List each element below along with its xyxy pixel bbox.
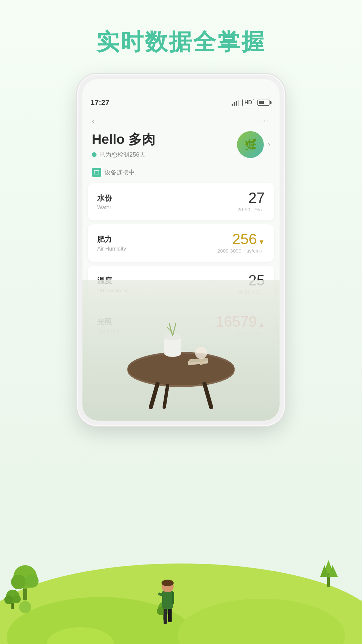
phone-interior — [82, 280, 280, 421]
more-button[interactable]: ··· — [260, 116, 270, 125]
plant-name: Hello 多肉 — [92, 130, 237, 149]
fertility-label-en: Air Humidity — [97, 246, 126, 252]
signal-bar-3 — [236, 101, 237, 106]
water-value: 27 — [237, 191, 265, 205]
svg-line-4 — [164, 385, 168, 407]
water-label: 水份 Water — [97, 193, 112, 211]
sensor-card-fertility[interactable]: 肥力 Air Humidity 256 ▼ 2000-3000（us/cm） — [88, 224, 274, 262]
phone-mockup: 17:27 HD — [77, 74, 285, 443]
svg-line-3 — [204, 384, 211, 407]
avatar-emoji: 🌿 — [244, 138, 257, 151]
device-status-text: 设备连接中... — [105, 168, 140, 176]
svg-rect-38 — [168, 607, 172, 622]
svg-point-1 — [127, 352, 235, 385]
signal-bar-2 — [234, 102, 235, 106]
landscape-svg — [0, 503, 362, 644]
signal-icon — [232, 100, 239, 106]
status-time: 17:27 — [90, 98, 109, 107]
svg-point-23 — [25, 574, 39, 588]
status-icons: HD — [232, 99, 272, 106]
water-label-en: Water — [97, 205, 112, 211]
fertility-value-group: 256 ▼ 2000-3000（us/cm） — [217, 232, 265, 254]
fertility-label: 肥力 Air Humidity — [97, 234, 126, 252]
battery-tip — [270, 101, 272, 104]
svg-point-42 — [162, 580, 174, 586]
svg-point-27 — [4, 595, 13, 604]
fertility-value: 256 — [232, 232, 257, 247]
svg-point-24 — [19, 601, 31, 613]
hd-badge: HD — [242, 99, 254, 106]
app-header: ‹ ··· — [82, 111, 280, 130]
battery-body — [257, 100, 269, 106]
back-button[interactable]: ‹ — [92, 116, 95, 126]
phone-frame: 17:27 HD — [77, 74, 285, 426]
page-title: 实时数据全掌握 — [0, 27, 362, 57]
svg-point-28 — [13, 595, 21, 603]
water-label-cn: 水份 — [97, 193, 112, 203]
fertility-label-cn: 肥力 — [97, 234, 126, 245]
plant-avatar[interactable]: 🌿 — [237, 131, 264, 158]
status-bar: 17:27 HD — [90, 97, 272, 109]
battery-fill — [259, 101, 264, 104]
svg-point-22 — [11, 575, 26, 589]
battery-icon — [257, 100, 272, 106]
device-icon-inner — [94, 170, 99, 174]
fertility-range: 2000-3000（us/cm） — [217, 248, 265, 254]
device-status: 设备连接中... — [92, 168, 140, 177]
svg-rect-40 — [172, 592, 174, 604]
water-value-group: 27 20-50（%） — [237, 191, 265, 213]
signal-bar-4 — [238, 100, 239, 106]
avatar-chevron-icon[interactable]: › — [268, 140, 270, 149]
table-svg — [114, 317, 248, 411]
svg-rect-39 — [162, 590, 173, 609]
plant-info: Hello 多肉 已为您检测256天 — [92, 130, 237, 159]
water-range: 20-50（%） — [237, 207, 265, 213]
svg-point-13 — [195, 347, 207, 359]
svg-line-2 — [151, 384, 158, 407]
svg-rect-37 — [164, 607, 167, 624]
fertility-arrow: ▼ — [258, 238, 265, 246]
plant-days: 已为您检测256天 — [92, 151, 237, 159]
days-dot — [92, 152, 97, 157]
sensor-card-water[interactable]: 水份 Water 27 20-50（%） — [88, 183, 274, 220]
days-text: 已为您检测256天 — [99, 151, 145, 159]
device-icon — [92, 168, 101, 177]
svg-rect-14 — [200, 359, 202, 365]
svg-line-10 — [167, 327, 173, 333]
phone-screen: 17:27 HD — [82, 79, 280, 421]
plant-section: Hello 多肉 已为您检测256天 🌿 › — [92, 130, 270, 159]
signal-bar-1 — [232, 104, 233, 106]
